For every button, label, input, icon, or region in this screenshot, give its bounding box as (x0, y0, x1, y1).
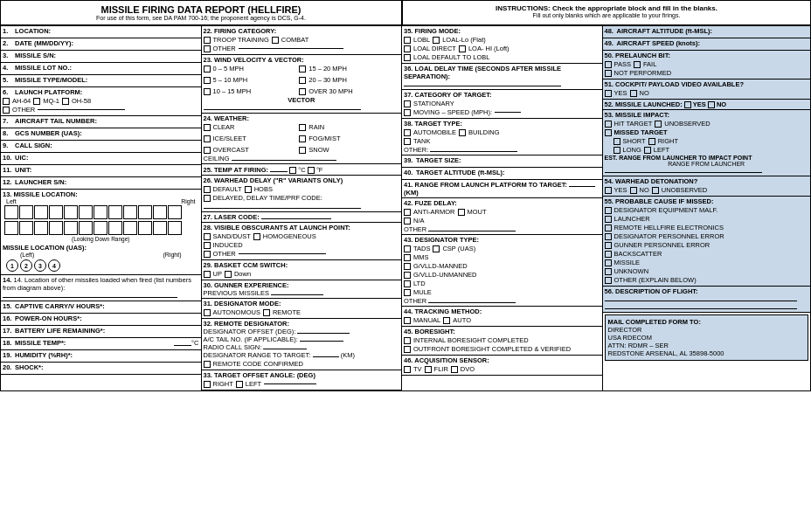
anti-armor-checkbox[interactable] (404, 209, 411, 216)
header-right: INSTRUCTIONS: Check the appropriate bloc… (403, 1, 810, 24)
tank-checkbox[interactable] (404, 138, 411, 145)
temp-f-checkbox[interactable] (308, 167, 315, 174)
loal-default-checkbox[interactable] (404, 54, 411, 61)
down-checkbox[interactable] (225, 271, 232, 278)
mq1-checkbox[interactable] (33, 98, 40, 105)
hit-target-checkbox[interactable] (605, 121, 612, 128)
gvlld-manned-checkbox[interactable] (404, 263, 411, 270)
designator-personnel-checkbox[interactable] (605, 233, 612, 240)
unknown-checkbox[interactable] (605, 268, 612, 275)
loal-hi-checkbox[interactable] (459, 45, 466, 52)
homogeneous-checkbox[interactable] (253, 233, 260, 240)
not-performed-checkbox[interactable] (605, 70, 612, 77)
flir-checkbox[interactable] (425, 366, 432, 373)
manual-checkbox[interactable] (404, 317, 411, 324)
building-checkbox[interactable] (459, 129, 466, 136)
combat-checkbox[interactable] (272, 37, 279, 44)
right53-checkbox[interactable] (648, 138, 655, 145)
temp-c-checkbox[interactable] (289, 167, 296, 174)
default-checkbox[interactable] (204, 186, 211, 193)
automobile-checkbox[interactable] (404, 129, 411, 136)
lobl-checkbox[interactable] (404, 37, 411, 44)
ltd-checkbox[interactable] (404, 280, 411, 287)
designator-equip-checkbox[interactable] (605, 207, 612, 214)
csp-uas-checkbox[interactable] (433, 245, 440, 252)
column-3: 35. FIRING MODE: LOBL LOAL-Lo (Flat) LOA… (402, 26, 603, 390)
auto-checkbox[interactable] (443, 317, 450, 324)
main-content: 1. LOCATION: 2. DATE (MM/DD/YY): 3. MISS… (1, 26, 810, 390)
remote-code-checkbox[interactable] (204, 361, 211, 368)
wind-20-30-checkbox[interactable] (299, 77, 306, 84)
right33-checkbox[interactable] (204, 381, 211, 388)
weather-clear-checkbox[interactable] (204, 124, 211, 131)
field-6-block: 6. LAUNCH PLATFORM: AH-64 MQ-1 OH-58 OTH… (1, 87, 201, 116)
short-checkbox[interactable] (613, 138, 620, 145)
field-31: 31. DESIGNATOR MODE: AUTONOMOUS REMOTE (202, 299, 402, 319)
na-checkbox[interactable] (404, 218, 411, 225)
other-explain-checkbox[interactable] (605, 277, 612, 284)
wind-10-15-checkbox[interactable] (204, 88, 211, 95)
remote-hellfire-checkbox[interactable] (605, 225, 612, 231)
wind-5-10-checkbox[interactable] (204, 77, 211, 84)
no54-checkbox[interactable] (630, 187, 637, 194)
wind-15-20-checkbox[interactable] (299, 66, 306, 73)
fail-checkbox[interactable] (634, 61, 641, 68)
weather-snow-checkbox[interactable] (299, 147, 306, 154)
weather-overcast-checkbox[interactable] (204, 147, 211, 154)
wind-over30-checkbox[interactable] (299, 88, 306, 95)
unobserved54-checkbox[interactable] (652, 187, 659, 194)
launcher55-checkbox[interactable] (605, 216, 612, 223)
yes52-checkbox[interactable] (684, 101, 691, 108)
weather-fogmist-checkbox[interactable] (299, 135, 306, 142)
tv-checkbox[interactable] (404, 366, 411, 373)
moving-checkbox[interactable] (404, 109, 411, 116)
left53-checkbox[interactable] (644, 147, 651, 154)
yes51-checkbox[interactable] (605, 90, 612, 97)
remote-checkbox[interactable] (263, 309, 270, 316)
pass-checkbox[interactable] (605, 61, 612, 68)
oh58-checkbox[interactable] (62, 98, 69, 105)
field-51: 51. COCKPIT/ PAYLOAD VIDEO AVAILABLE? YE… (603, 79, 810, 100)
other22-checkbox[interactable] (204, 45, 211, 52)
launch-other-checkbox[interactable] (3, 107, 10, 114)
field-40: 40. TARGET ALTITUDE (ft-MSL): (402, 168, 602, 180)
stationary-checkbox[interactable] (404, 100, 411, 107)
missile55-checkbox[interactable] (605, 259, 612, 266)
sand-dust-checkbox[interactable] (204, 233, 211, 240)
internal-boresight-checkbox[interactable] (404, 337, 411, 344)
mout-checkbox[interactable] (458, 209, 465, 216)
ah64-checkbox[interactable] (3, 98, 10, 105)
up-checkbox[interactable] (204, 271, 211, 278)
mms-checkbox[interactable] (404, 254, 411, 261)
missed-target-checkbox[interactable] (605, 129, 612, 136)
loal-lo-checkbox[interactable] (433, 37, 440, 44)
backscatter-checkbox[interactable] (605, 251, 612, 258)
troop-training-checkbox[interactable] (204, 37, 211, 44)
weather-icesleet-checkbox[interactable] (204, 135, 211, 142)
other28-checkbox[interactable] (204, 251, 211, 258)
delayed-checkbox[interactable] (204, 195, 211, 202)
field-12: 12. LAUNCHER S/N: (1, 177, 201, 190)
autonomous-checkbox[interactable] (204, 309, 211, 316)
no51-checkbox[interactable] (630, 90, 637, 97)
long-checkbox[interactable] (613, 147, 620, 154)
field-23: 23. WIND VELOCITY & VECTOR: 0 – 5 MPH 15… (202, 55, 402, 114)
hobs-checkbox[interactable] (245, 186, 252, 193)
weather-rain-checkbox[interactable] (299, 124, 306, 131)
loal-direct-checkbox[interactable] (404, 45, 411, 52)
dvo-checkbox[interactable] (451, 366, 458, 373)
gunner-personnel-checkbox[interactable] (605, 242, 612, 249)
tads-checkbox[interactable] (404, 245, 411, 252)
unobserved53-checkbox[interactable] (655, 121, 662, 128)
induced-checkbox[interactable] (204, 242, 211, 249)
wind-0-5-checkbox[interactable] (204, 66, 211, 73)
field-2: 2. DATE (MM/DD/YY): (1, 38, 201, 51)
header-left: MISSILE FIRING DATA REPORT (HELLFIRE) Fo… (1, 1, 403, 24)
gvlld-unmanned-checkbox[interactable] (404, 272, 411, 279)
yes54-checkbox[interactable] (605, 187, 612, 194)
no52-checkbox[interactable] (708, 101, 715, 108)
outfront-boresight-checkbox[interactable] (404, 346, 411, 353)
left33-checkbox[interactable] (236, 381, 243, 388)
field-41: 41. RANGE FROM LAUNCH PLATFORM TO TARGET… (402, 180, 602, 198)
mule-checkbox[interactable] (404, 289, 411, 296)
